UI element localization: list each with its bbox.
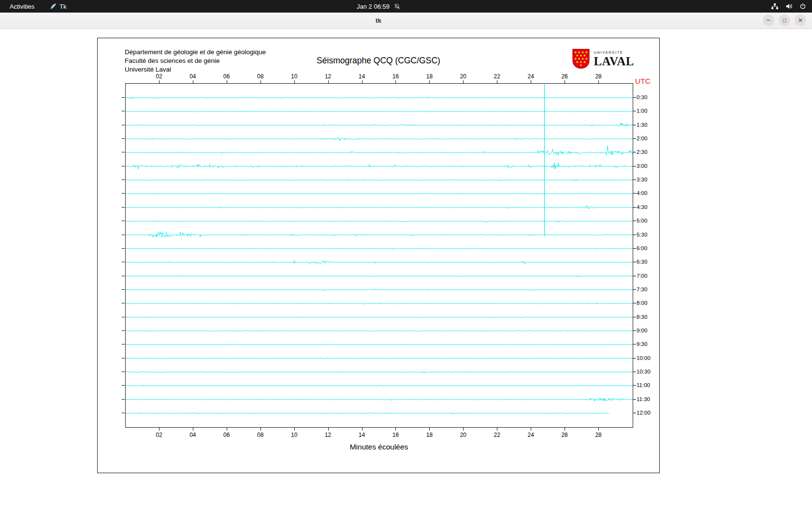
x-tick-label-top: 18	[423, 73, 435, 80]
row-tick-right	[633, 289, 636, 290]
row-tick-left	[122, 317, 125, 317]
laval-wordmark: UNIVERSITÉ LAVAL	[594, 48, 634, 68]
x-tick-label-bottom: 28	[593, 432, 604, 438]
window-title: tk	[376, 13, 381, 29]
x-tick-top	[328, 80, 329, 83]
x-tick-bottom	[565, 428, 565, 431]
utc-time-label: 8:30	[637, 314, 647, 320]
activities-button[interactable]: Activities	[7, 3, 37, 10]
x-tick-label-bottom: 10	[289, 432, 300, 438]
row-tick-left	[122, 111, 125, 111]
utc-time-label: 1:00	[637, 107, 647, 114]
x-axis-title: Minutes écoulées	[98, 443, 660, 451]
tk-feather-icon	[50, 3, 57, 10]
x-tick-label-bottom: 02	[153, 432, 165, 438]
x-tick-label-top: 12	[322, 73, 334, 80]
x-tick-label-bottom: 08	[255, 432, 266, 438]
row-tick-right	[633, 248, 636, 249]
x-tick-label-top: 16	[390, 73, 401, 80]
utc-time-label: 9:00	[637, 327, 647, 334]
x-tick-label-top: 26	[559, 73, 570, 80]
row-tick-left	[122, 138, 125, 139]
utc-time-label: 0:30	[637, 94, 647, 101]
row-tick-right	[633, 330, 636, 331]
x-tick-label-bottom: 18	[423, 432, 435, 438]
x-tick-label-top: 22	[491, 73, 503, 80]
x-tick-label-bottom: 04	[187, 432, 199, 438]
x-tick-label-top: 24	[525, 73, 536, 80]
row-tick-left	[122, 303, 125, 303]
row-tick-right	[633, 179, 636, 180]
utc-time-label: 11:00	[637, 382, 650, 388]
minimize-button[interactable]: −	[763, 15, 774, 26]
x-tick-top	[463, 80, 464, 83]
row-tick-left	[122, 207, 125, 208]
x-tick-label-bottom: 24	[525, 432, 536, 438]
utc-time-label: 2:00	[637, 135, 647, 142]
x-tick-label-bottom: 12	[322, 432, 334, 438]
x-tick-bottom	[497, 428, 497, 431]
utc-time-label: 3:00	[637, 163, 647, 169]
x-tick-label-bottom: 20	[457, 432, 469, 438]
utc-time-label: 6:00	[637, 245, 647, 252]
clock-button[interactable]: Jan 2 06:59	[357, 3, 400, 10]
power-icon	[799, 3, 806, 10]
universite-laval-logo: UNIVERSITÉ LAVAL	[572, 48, 634, 72]
window-controls: − □ ×	[763, 15, 806, 26]
x-tick-label-top: 20	[457, 73, 469, 80]
seismograph-panel: Département de géologie et de génie géol…	[97, 38, 660, 473]
seismogram-canvas	[126, 84, 633, 427]
x-tick-bottom	[328, 428, 329, 431]
row-tick-right	[633, 385, 636, 386]
utc-time-label: 4:00	[637, 190, 647, 196]
notifications-muted-icon	[394, 3, 400, 10]
close-button[interactable]: ×	[795, 15, 806, 26]
system-tray[interactable]	[771, 3, 806, 10]
x-tick-bottom	[598, 428, 599, 431]
utc-axis-label: UTC	[635, 77, 651, 86]
laval-shield-icon	[572, 48, 590, 72]
app-menu[interactable]: Tk	[50, 3, 66, 10]
row-tick-right	[633, 276, 636, 276]
x-tick-label-bottom: 26	[559, 432, 570, 438]
row-tick-left	[122, 166, 125, 166]
maximize-button[interactable]: □	[779, 15, 790, 26]
x-tick-bottom	[463, 428, 464, 431]
utc-time-label: 8:00	[637, 299, 647, 306]
x-tick-top	[497, 80, 497, 83]
seismogram-plot-area	[125, 83, 633, 428]
x-tick-top	[193, 80, 193, 83]
x-tick-label-bottom: 14	[356, 432, 368, 438]
row-tick-right	[633, 413, 636, 413]
x-tick-top	[598, 80, 599, 83]
clock-label: Jan 2 06:59	[357, 3, 390, 10]
row-tick-right	[633, 372, 636, 372]
x-tick-top	[531, 80, 531, 83]
row-tick-left	[122, 358, 125, 359]
utc-time-label: 6:30	[637, 258, 647, 265]
x-tick-label-top: 08	[255, 73, 266, 80]
window-titlebar: tk − □ ×	[0, 13, 812, 29]
row-tick-right	[633, 235, 636, 235]
row-tick-left	[122, 235, 125, 235]
x-tick-bottom	[227, 428, 227, 431]
x-tick-label-bottom: 16	[390, 432, 401, 438]
x-tick-label-top: 02	[153, 73, 165, 80]
x-tick-label-top: 04	[187, 73, 199, 80]
x-tick-top	[261, 80, 261, 83]
utc-time-label: 2:30	[637, 149, 647, 155]
utc-time-label: 10:00	[637, 355, 651, 361]
row-tick-left	[122, 193, 125, 194]
row-tick-left	[122, 276, 125, 276]
row-tick-left	[122, 289, 125, 290]
row-tick-right	[633, 399, 636, 400]
gnome-top-bar: Activities Tk Jan 2 06:59	[0, 0, 812, 13]
row-tick-right	[633, 303, 636, 303]
row-tick-left	[122, 385, 125, 386]
x-tick-top	[362, 80, 362, 83]
utc-time-label: 9:30	[637, 341, 647, 347]
row-tick-right	[633, 97, 636, 98]
row-tick-left	[122, 248, 125, 249]
utc-time-label: 7:30	[637, 286, 647, 293]
utc-time-label: 10:30	[637, 368, 651, 375]
